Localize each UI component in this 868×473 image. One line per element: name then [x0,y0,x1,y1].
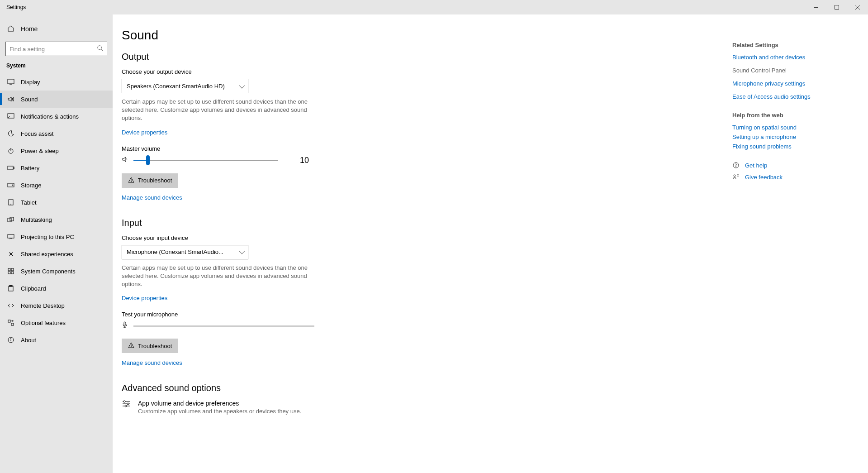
output-heading: Output [122,52,465,62]
output-description: Certain apps may be set up to use differ… [122,98,321,123]
about-icon [7,337,14,343]
svg-rect-23 [8,268,10,271]
nav-power-sleep[interactable]: Power & sleep [0,142,113,159]
home-button[interactable]: Home [0,20,113,38]
multitasking-icon [7,217,14,222]
nav-about[interactable]: About [0,331,113,349]
help-link-setup-microphone[interactable]: Setting up a microphone [732,134,850,140]
chevron-down-icon [239,83,243,90]
svg-rect-18 [10,217,14,221]
sidebar-category: System [0,62,113,73]
svg-point-37 [131,181,132,182]
sliders-icon [122,400,131,410]
nav-tablet[interactable]: Tablet [0,194,113,211]
svg-point-48 [125,405,127,407]
give-feedback-label: Give feedback [745,174,783,181]
input-manage-link[interactable]: Manage sound devices [122,359,182,366]
svg-rect-6 [8,79,14,84]
svg-rect-11 [8,166,13,170]
nav-battery[interactable]: Battery [0,159,113,177]
nav-label: Shared experiences [21,251,73,258]
svg-rect-25 [8,272,10,274]
nav-label: System Components [21,268,76,275]
nav-clipboard[interactable]: Clipboard [0,280,113,297]
app-volume-preferences[interactable]: App volume and device preferences Custom… [122,400,465,415]
svg-rect-0 [814,7,818,8]
nav-optional-features[interactable]: Optional features [0,314,113,331]
close-button[interactable] [847,0,868,14]
related-link-ease-of-access[interactable]: Ease of Access audio settings [732,93,850,100]
nav-label: Sound [21,96,38,103]
display-icon [7,79,14,85]
nav-display[interactable]: Display [0,73,113,91]
svg-point-35 [11,339,11,339]
input-device-properties-link[interactable]: Device properties [122,295,167,301]
svg-rect-24 [11,268,14,271]
nav-label: Remote Desktop [21,302,65,309]
related-link-sound-control-panel[interactable]: Sound Control Panel [732,67,850,74]
help-from-web-heading: Help from the web [732,112,850,119]
get-help-label: Get help [745,162,767,169]
volume-icon[interactable] [122,156,129,164]
microphone-icon [122,321,128,330]
nav-system-components[interactable]: System Components [0,263,113,280]
output-device-dropdown[interactable]: Speakers (Conexant SmartAudio HD) [122,79,248,93]
optional-features-icon [7,320,14,326]
related-link-microphone-privacy[interactable]: Microphone privacy settings [732,80,850,87]
test-microphone-label: Test your microphone [122,311,465,318]
get-help-link[interactable]: Get help [732,162,850,169]
window-controls [806,0,868,14]
nav-projecting[interactable]: Projecting to this PC [0,228,113,245]
nav-shared-experiences[interactable]: Shared experiences [0,245,113,263]
input-device-dropdown[interactable]: Microphone (Conexant SmartAudio... [122,245,248,259]
shared-icon [7,251,14,257]
give-feedback-link[interactable]: Give feedback [732,173,850,181]
nav-storage[interactable]: Storage [0,177,113,194]
help-link-spatial-sound[interactable]: Turning on spatial sound [732,124,850,131]
svg-point-46 [127,403,129,405]
search-input[interactable] [5,42,107,56]
nav-focus-assist[interactable]: Focus assist [0,125,113,142]
minimize-button[interactable] [806,0,826,14]
help-link-fix-sound[interactable]: Fixing sound problems [732,143,850,150]
remote-desktop-icon [7,303,14,308]
projecting-icon [7,234,14,239]
input-troubleshoot-button[interactable]: Troubleshoot [122,339,178,353]
svg-point-44 [123,401,125,402]
nav-label: Storage [21,182,42,189]
nav-multitasking[interactable]: Multitasking [0,211,113,228]
nav-notifications[interactable]: Notifications & actions [0,108,113,125]
svg-rect-38 [124,322,126,325]
advanced-heading: Advanced sound options [122,383,465,393]
nav-remote-desktop[interactable]: Remote Desktop [0,297,113,314]
svg-rect-19 [8,234,14,238]
svg-point-14 [12,185,13,186]
output-device-selected: Speakers (Conexant SmartAudio HD) [127,83,225,90]
master-volume-slider[interactable] [133,160,278,161]
search-icon [97,45,103,53]
storage-icon [7,183,14,187]
battery-icon [7,166,14,170]
output-troubleshoot-button[interactable]: Troubleshoot [122,173,178,188]
related-link-bluetooth[interactable]: Bluetooth and other devices [732,54,850,61]
nav-label: Battery [21,165,39,172]
nav-sound[interactable]: Sound [0,91,113,108]
output-device-label: Choose your output device [122,68,465,75]
warning-icon [128,177,134,184]
nav-label: About [21,337,36,344]
nav-label: Tablet [21,199,37,206]
maximize-button[interactable] [826,0,847,14]
svg-rect-12 [14,167,14,169]
svg-rect-29 [8,320,10,322]
troubleshoot-label: Troubleshoot [138,343,172,349]
svg-rect-17 [8,218,11,222]
search-field[interactable] [9,46,97,53]
input-device-selected: Microphone (Conexant SmartAudio... [127,248,223,255]
svg-rect-30 [11,323,14,325]
notifications-icon [7,113,14,119]
master-volume-value: 10 [300,156,309,165]
page-title: Sound [122,28,465,43]
output-manage-link[interactable]: Manage sound devices [122,194,182,201]
output-device-properties-link[interactable]: Device properties [122,129,167,136]
input-heading: Input [122,218,465,228]
